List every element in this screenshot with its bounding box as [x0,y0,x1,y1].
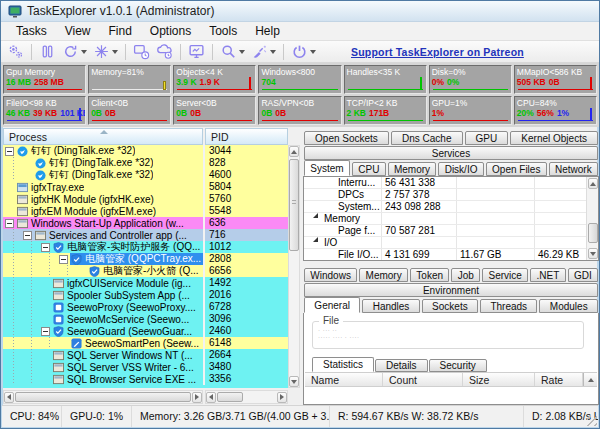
tab-disk-io[interactable]: Disk/IO [438,162,483,176]
tab-open-files[interactable]: Open Files [486,162,547,176]
process-name-cell[interactable]: SQL Server VSS Writer - 6... [3,361,203,373]
system-table-row[interactable]: File I/O...4 131 69911.67 GB46.29 KB [304,249,598,261]
process-name-cell[interactable]: 电脑管家 (QQPCTray.ex... [3,253,203,265]
dropdown-arrow-icon[interactable] [81,50,87,54]
tab-memory[interactable]: Memory [388,162,437,176]
process-row[interactable]: 钉钉 (DingTalk.exe *32)4600 [3,169,300,181]
process-pid-cell[interactable]: 828 [205,157,288,169]
scroll-left-icon[interactable] [4,392,14,403]
process-pid-cell[interactable]: 3356 [205,373,288,385]
process-pid-cell[interactable]: 3044 [205,145,288,157]
meter-ras-vpn-0b[interactable]: RAS/VPN<0B0B0B [258,96,341,125]
process-name-cell[interactable]: SeewoSmartPen (Seew... [3,337,203,349]
collapse-minus-icon[interactable] [5,147,14,156]
tab-token[interactable]: Token [410,268,449,282]
process-pid-cell[interactable]: 6148 [205,337,288,349]
process-row[interactable]: SQL Server VSS Writer - 6...3480 [3,361,300,373]
cleanup-brush-button[interactable] [248,42,279,62]
system-table-row[interactable]: Interru...56 431 338 [304,177,598,189]
tab-handles[interactable]: Handles [362,299,419,313]
process-name-cell[interactable]: Windows Start-Up Application (w... [3,217,203,229]
process-pid-cell[interactable]: 5760 [205,193,288,205]
process-row[interactable]: igfxHK Module (igfxHK.exe)5760 [3,193,300,205]
process-pid-cell[interactable]: 4600 [205,169,288,181]
process-pid-cell[interactable]: 2016 [205,289,288,301]
tab-threads[interactable]: Threads [480,299,537,313]
process-pid-cell[interactable]: 5548 [205,205,288,217]
menu-item-find[interactable]: Find [99,22,140,41]
tree-collapse-toggle[interactable] [21,231,34,240]
process-row[interactable]: Services and Controller app (...716 [3,229,300,241]
dropdown-arrow-icon[interactable] [239,50,245,54]
tab-service[interactable]: Service [482,268,528,282]
tab-system[interactable]: System [304,160,350,176]
process-row[interactable]: SQL Server Windows NT (...2664 [3,349,300,361]
process-row[interactable]: 钉钉 (DingTalk.exe *32)828 [3,157,300,169]
system-table-row[interactable]: System...243 098 288 [304,201,598,213]
process-row[interactable]: SeewoSmartPen (Seew...6148 [3,337,300,349]
process-pid-cell[interactable]: 2664 [205,349,288,361]
system-table-row[interactable]: DPCs2 757 378 [304,189,598,201]
process-row[interactable]: 电脑管家-实时防护服务 (QQ...1012 [3,241,300,253]
process-pid-cell[interactable]: 6656 [205,265,288,277]
tree-expanded-icon[interactable] [313,213,318,218]
process-name-cell[interactable]: igfxHK Module (igfxHK.exe) [3,193,203,205]
process-name-cell[interactable]: SQL Server Windows NT (... [3,349,203,361]
meter-client-0b[interactable]: Client<0B0B0B [88,96,171,125]
patreon-link[interactable]: Support TaskExplorer on Patreon [351,46,524,58]
tab-gdi[interactable]: GDI [568,268,598,282]
scroll-right-icon[interactable] [192,392,202,403]
process-name-cell[interactable]: SeewoProxy (SeewoProxy.... [3,301,203,313]
tab-security[interactable]: Security [429,359,487,372]
run-task-button[interactable] [130,42,153,62]
process-name-cell[interactable]: SQL Browser Service EXE ... [3,373,203,385]
process-name-cell[interactable]: 电脑管家-小火箭 (Q... [3,265,203,277]
process-horizontal-scrollbar[interactable] [3,390,203,404]
process-pid-cell[interactable]: 636 [205,217,288,229]
collapse-minus-icon[interactable] [5,219,14,228]
system-monitor-button[interactable] [185,42,208,62]
process-pid-cell[interactable]: 1012 [205,241,288,253]
process-pid-cell[interactable]: 716 [205,229,288,241]
tab-gpu[interactable]: GPU [465,131,509,145]
system-table-row[interactable]: I/O [304,237,598,249]
find-button[interactable] [217,42,248,62]
dropdown-arrow-icon[interactable] [310,50,316,54]
collapse-minus-icon[interactable] [41,243,50,252]
column-header-process[interactable]: Process [3,128,203,145]
process-row[interactable]: Windows Start-Up Application (w...636 [3,217,300,229]
tab-memory[interactable]: Memory [359,268,408,282]
resize-grip[interactable] [587,416,597,426]
meter-mmapio-586-kb[interactable]: MMapIO<586 KB505 KB0B [514,65,597,94]
settings-gears-button[interactable] [4,42,27,62]
process-name-cell[interactable]: 电脑管家-实时防护服务 (QQ... [3,241,203,253]
process-name-cell[interactable]: igfxCUIService Module (ig... [3,277,203,289]
process-row[interactable]: igfxEM Module (igfxEM.exe)5548 [3,205,300,217]
meter-memory-81-[interactable]: Memory=81% [88,65,171,94]
scroll-thumb[interactable] [217,392,243,402]
tab-windows[interactable]: Windows [304,268,357,282]
process-name-cell[interactable]: igfxEM Module (igfxEM.exe) [3,205,203,217]
process-name-cell[interactable]: SeewoMcService (Seewo... [3,313,203,325]
meter-gpu-1-[interactable]: GPU=1%1% [429,96,512,125]
process-name-cell[interactable]: Spooler SubSystem App (... [3,289,203,301]
process-row[interactable]: 电脑管家 (QQPCTray.ex...2808 [3,253,300,265]
meter-server-0b[interactable]: Server<0B0B0B [173,96,256,125]
scroll-right-icon[interactable] [277,392,287,403]
refresh-button[interactable] [59,42,90,62]
process-name-cell[interactable]: 钉钉 (DingTalk.exe *32) [3,145,203,157]
tab-kernel-objects[interactable]: Kernel Objects [510,131,598,145]
scroll-thumb[interactable] [588,223,598,243]
column-header-count[interactable]: Count [383,373,463,386]
tab-general[interactable]: General [304,297,360,313]
menu-item-help[interactable]: Help [246,22,289,41]
process-pid-cell[interactable]: 3480 [205,361,288,373]
tree-collapse-toggle[interactable] [57,255,70,264]
process-pid-cell[interactable]: 6728 [205,301,288,313]
meter-cpu-84-[interactable]: CPU=84%20%56%1% [514,96,597,125]
column-header-name[interactable]: Name [305,373,383,386]
scroll-up-icon[interactable] [588,178,598,189]
process-pid-cell[interactable]: 5804 [205,181,288,193]
scroll-left-icon[interactable] [206,392,216,403]
tab-open-sockets[interactable]: Open Sockets [304,131,389,145]
